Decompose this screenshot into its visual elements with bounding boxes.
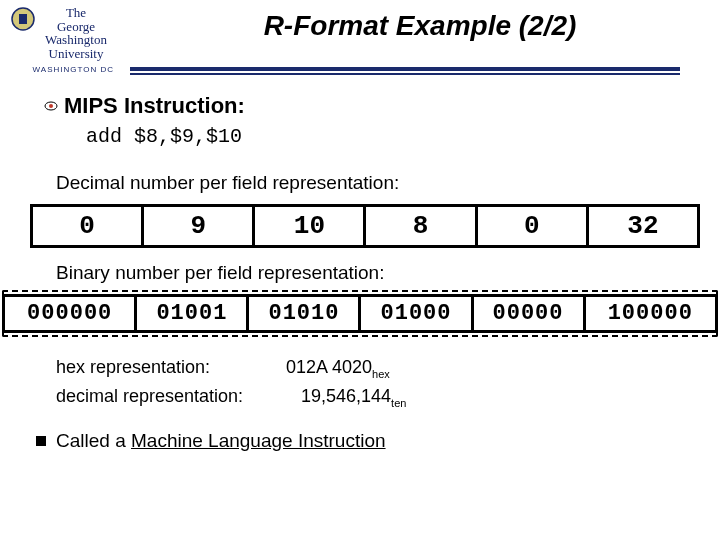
title-underline — [130, 67, 680, 75]
mips-heading-text: MIPS Instruction: — [64, 93, 245, 118]
dec-field-0: 0 — [32, 206, 143, 247]
slide-header: The George Washington University WASHING… — [0, 0, 720, 61]
dec-field-4: 0 — [476, 206, 587, 247]
machine-language-instruction-link: Machine Language Instruction — [131, 430, 386, 451]
slide-title: R-Format Example (2/2) — [130, 6, 710, 42]
representations-block: hex representation: 012A 4020hex decimal… — [56, 357, 690, 408]
hex-rep-row: hex representation: 012A 4020hex — [56, 357, 690, 380]
final-text: Called a Machine Language Instruction — [56, 430, 386, 452]
dec-rep-label: decimal representation: — [56, 386, 286, 409]
svg-point-3 — [49, 104, 53, 108]
hex-rep-value: 012A 4020hex — [286, 357, 390, 380]
bin-field-0: 000000 — [4, 296, 136, 332]
dec-field-5: 32 — [587, 206, 698, 247]
dec-rep-sub: ten — [391, 396, 406, 408]
square-bullet-icon — [36, 436, 46, 446]
binary-wrap: 000000 01001 01010 01000 00000 100000 he… — [2, 294, 718, 333]
dec-rep-value: 19,546,144ten — [286, 386, 406, 409]
hex-rep-sub: hex — [372, 368, 390, 380]
dec-field-3: 8 — [365, 206, 476, 247]
dec-rep-value-text: 19,546,144 — [301, 386, 391, 406]
hex-rep-label: hex representation: — [56, 357, 286, 380]
mips-heading: MIPS Instruction: — [64, 93, 245, 119]
dec-rep-row: decimal representation: 19,546,144ten — [56, 386, 690, 409]
gwu-crest-icon — [10, 6, 36, 32]
mips-heading-row: MIPS Instruction: — [44, 93, 690, 119]
mips-code: add $8,$9,$10 — [86, 125, 690, 148]
dec-field-1: 9 — [143, 206, 254, 247]
dec-field-2: 10 — [254, 206, 365, 247]
decimal-caption: Decimal number per field representation: — [56, 172, 690, 194]
final-bullet-row: Called a Machine Language Instruction — [36, 430, 690, 452]
svg-rect-1 — [19, 14, 27, 24]
slide-content: MIPS Instruction: add $8,$9,$10 Decimal … — [0, 75, 720, 452]
bin-field-2: 01010 — [248, 296, 360, 332]
hex-rep-value-text: 012A 4020 — [286, 357, 372, 377]
binary-fields-table: 000000 01001 01010 01000 00000 100000 — [2, 294, 718, 333]
bin-field-3: 01000 — [360, 296, 472, 332]
gwu-logo: The George Washington University WASHING… — [10, 6, 120, 61]
eye-bullet-icon — [44, 99, 58, 113]
logo-line4: University — [49, 46, 104, 61]
logo-sublabel: WASHINGTON DC — [10, 65, 120, 74]
decimal-fields-table: 0 9 10 8 0 32 — [30, 204, 700, 248]
bin-field-5: 100000 — [584, 296, 716, 332]
final-prefix: Called a — [56, 430, 131, 451]
bin-field-4: 00000 — [472, 296, 584, 332]
bin-field-1: 01001 — [136, 296, 248, 332]
binary-caption: Binary number per field representation: — [56, 262, 690, 284]
